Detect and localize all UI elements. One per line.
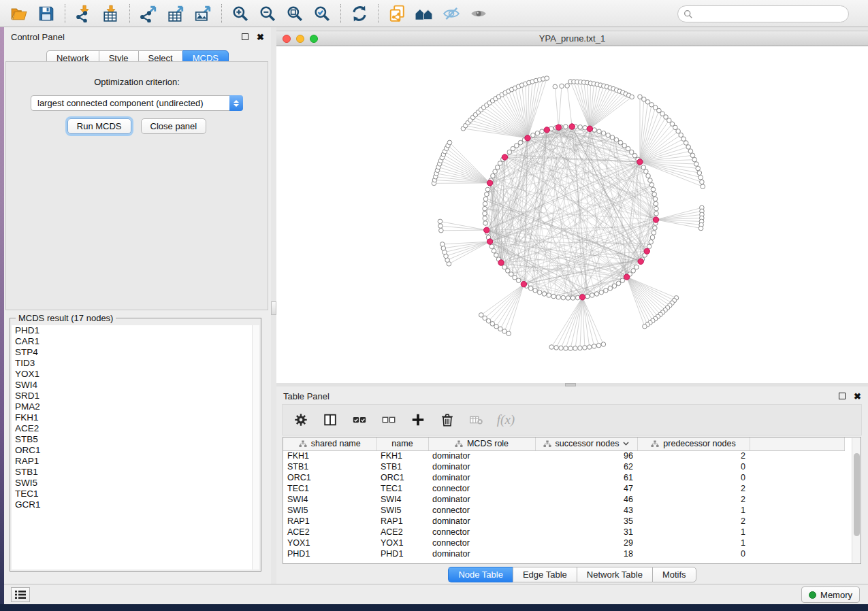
table-scrollbar-thumb[interactable] (854, 453, 860, 536)
clone-network-button[interactable] (383, 2, 411, 25)
column-header-name[interactable]: name (376, 437, 428, 450)
column-namespace-icon (651, 440, 659, 448)
search-box[interactable] (677, 5, 849, 22)
toolbar-separator (129, 4, 130, 23)
mcds-result-item[interactable]: FKH1 (12, 412, 259, 423)
panel-menu-button[interactable] (11, 587, 30, 602)
cell-shared_name: SWI5 (283, 505, 376, 516)
table-close-panel-icon[interactable]: ✖ (854, 392, 861, 401)
column-header-MCDS-role[interactable]: MCDS role (428, 437, 535, 450)
zoom-selected-button[interactable] (308, 2, 336, 25)
mcds-result-item[interactable]: TID3 (12, 358, 259, 369)
cell-successors: 31 (535, 527, 637, 538)
mcds-result-item[interactable]: GCR1 (12, 499, 259, 510)
column-layout-button[interactable] (321, 410, 339, 429)
optimization-criterion-label: Optimization criterion: (6, 77, 268, 87)
mcds-result-item[interactable]: CAR1 (12, 336, 259, 347)
add-column-button[interactable] (409, 410, 427, 429)
cell-name: PHD1 (376, 548, 428, 559)
maximize-traffic-light[interactable] (310, 35, 318, 43)
mcds-result-item[interactable]: STB1 (12, 467, 259, 478)
mcds-result-item[interactable]: ORC1 (12, 445, 259, 456)
status-bar: Memory (4, 584, 868, 604)
column-header-successor-nodes[interactable]: successor nodes (535, 437, 637, 450)
cell-mcds_role: connector (428, 527, 535, 538)
export-image-button[interactable] (189, 2, 216, 25)
close-traffic-light[interactable] (283, 35, 291, 43)
cell-successors: 96 (535, 450, 637, 461)
table-row[interactable]: YOX1YOX1connector291 (283, 538, 844, 548)
cell-spacer (750, 505, 844, 516)
mcds-result-item[interactable]: TEC1 (12, 489, 259, 499)
tab-edge-table[interactable]: Edge Table (513, 567, 577, 582)
table-row[interactable]: ACE2ACE2connector311 (283, 527, 844, 538)
refresh-button[interactable] (346, 2, 373, 25)
mcds-result-item[interactable]: STB5 (12, 434, 259, 445)
mcds-result-item[interactable]: YOX1 (12, 369, 259, 380)
close-panel-button[interactable]: Close panel (141, 118, 207, 134)
node-table-grid[interactable]: shared namename MCDS role successor node… (283, 437, 845, 559)
mcds-list-scrollbar[interactable] (252, 325, 259, 569)
table-float-window-icon[interactable] (839, 393, 846, 399)
select-all-button[interactable] (351, 410, 368, 429)
float-window-icon[interactable] (242, 33, 248, 40)
export-table-button[interactable] (162, 2, 189, 25)
close-panel-icon[interactable]: ✖ (257, 33, 264, 42)
hide-eye-button[interactable] (438, 2, 465, 25)
zoom-fit-button[interactable] (281, 2, 308, 25)
mcds-result-item[interactable]: PHD1 (12, 325, 259, 336)
save-session-button[interactable] (33, 2, 60, 25)
mcds-result-item[interactable]: ACE2 (12, 423, 259, 434)
table-row[interactable]: PHD1PHD1dominator180 (283, 548, 844, 559)
table-row[interactable]: SWI5SWI5connector431 (283, 505, 844, 516)
houses-button[interactable] (411, 2, 438, 25)
run-mcds-button[interactable]: Run MCDS (67, 118, 131, 134)
table-row[interactable]: ORC1ORC1dominator610 (283, 472, 844, 483)
table-row[interactable]: FKH1FKH1dominator962 (283, 450, 844, 461)
optimization-criterion-dropdown[interactable]: largest connected component (undirected) (31, 95, 243, 111)
mcds-result-list[interactable]: PHD1CAR1STP4TID3YOX1SWI4SRD1PMA2FKH1ACE2… (12, 325, 259, 569)
table-row[interactable]: TEC1TEC1connector472 (283, 483, 844, 494)
import-network-button[interactable] (70, 2, 97, 25)
deselect-all-button[interactable] (380, 410, 398, 429)
mcds-result-item[interactable]: SWI5 (12, 478, 259, 489)
zoom-in-icon (231, 5, 249, 22)
vertical-splitter[interactable] (271, 27, 276, 584)
tab-node-table[interactable]: Node Table (448, 567, 513, 582)
show-eye-button[interactable] (465, 2, 492, 25)
table-row[interactable]: RAP1RAP1dominator352 (283, 516, 844, 527)
cell-mcds_role: connector (428, 483, 535, 494)
export-network-button[interactable] (135, 2, 162, 25)
tab-network-table[interactable]: Network Table (577, 567, 652, 582)
open-file-button[interactable] (5, 2, 33, 25)
mcds-result-item[interactable]: SRD1 (12, 391, 259, 401)
settings-button[interactable] (292, 410, 310, 429)
column-header-predecessor-nodes[interactable]: predecessor nodes (637, 437, 750, 450)
cell-shared_name: FKH1 (283, 450, 376, 461)
mcds-result-item[interactable]: RAP1 (12, 456, 259, 467)
column-header-shared-name[interactable]: shared name (283, 437, 376, 450)
table-row[interactable]: STB1STB1dominator620 (283, 461, 844, 472)
tab-motifs[interactable]: Motifs (652, 567, 696, 582)
mcds-result-item[interactable]: PMA2 (12, 401, 259, 412)
mcds-result-item[interactable]: SWI4 (12, 380, 259, 391)
search-input[interactable] (697, 9, 843, 19)
cell-mcds_role: dominator (428, 472, 535, 483)
cell-successors: 43 (535, 505, 637, 516)
network-graph[interactable] (276, 46, 868, 383)
table-row[interactable]: SWI4SWI4dominator462 (283, 494, 844, 505)
zoom-in-button[interactable] (227, 2, 254, 25)
column-label: successor nodes (556, 439, 620, 448)
minimize-traffic-light[interactable] (296, 35, 304, 43)
cell-name: FKH1 (376, 450, 428, 461)
network-canvas[interactable] (276, 46, 868, 383)
export-table-icon (167, 5, 184, 22)
table-scrollbar[interactable] (852, 438, 861, 563)
deselect-all-icon (381, 412, 396, 427)
import-table-button[interactable] (97, 2, 125, 25)
mcds-result-item[interactable]: STP4 (12, 347, 259, 358)
memory-button[interactable]: Memory (801, 587, 860, 603)
control-panel: Control Panel ✖ NetworkStyleSelectMCDS O… (4, 27, 271, 584)
vertical-splitter-grip[interactable] (271, 301, 276, 315)
zoom-out-button[interactable] (254, 2, 281, 25)
